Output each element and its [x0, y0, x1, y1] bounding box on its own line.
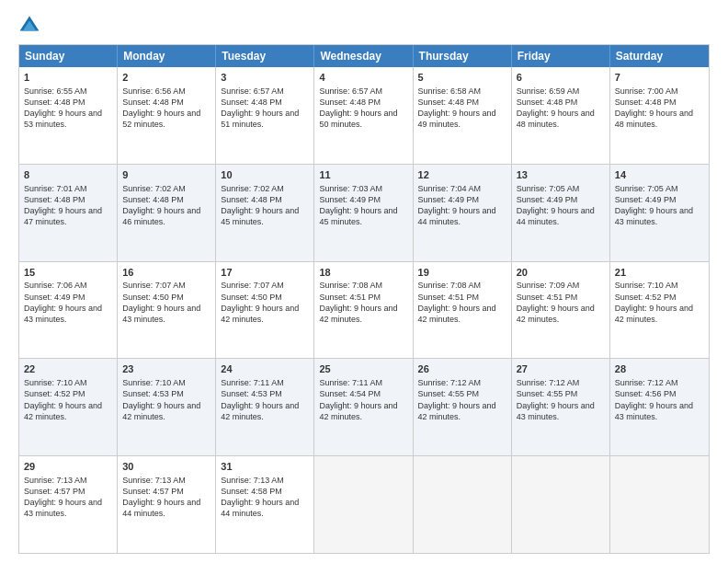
sunset: Sunset: 4:49 PM [615, 195, 677, 204]
sunrise: Sunrise: 7:06 AM [24, 281, 87, 290]
sunrise: Sunrise: 7:13 AM [221, 476, 284, 485]
sunset: Sunset: 4:48 PM [122, 195, 184, 204]
sunrise: Sunrise: 7:01 AM [24, 184, 87, 193]
sunrise: Sunrise: 7:13 AM [122, 476, 186, 485]
day-cell: 26Sunrise: 7:12 AMSunset: 4:55 PMDayligh… [414, 359, 512, 455]
day-cell: 24Sunrise: 7:11 AMSunset: 4:53 PMDayligh… [216, 359, 314, 455]
day-cell: 11Sunrise: 7:03 AMSunset: 4:49 PMDayligh… [314, 165, 413, 261]
sunrise: Sunrise: 6:55 AM [24, 86, 87, 96]
sunrise: Sunrise: 7:11 AM [319, 378, 382, 387]
day-number: 2 [122, 71, 210, 85]
sunrise: Sunrise: 7:08 AM [418, 281, 482, 290]
sunset: Sunset: 4:50 PM [221, 293, 282, 302]
logo-icon [18, 15, 40, 37]
daylight: Daylight: 9 hours and 46 minutes. [122, 206, 200, 226]
day-number: 18 [319, 266, 407, 280]
sunrise: Sunrise: 7:12 AM [517, 378, 580, 387]
sunset: Sunset: 4:57 PM [24, 487, 85, 496]
day-number: 20 [517, 266, 605, 280]
logo [18, 15, 44, 37]
daylight: Daylight: 9 hours and 50 minutes. [319, 109, 397, 129]
daylight: Daylight: 9 hours and 42 minutes. [418, 401, 496, 421]
day-number: 13 [517, 168, 605, 182]
sunset: Sunset: 4:48 PM [122, 98, 184, 107]
daylight: Daylight: 9 hours and 42 minutes. [221, 401, 299, 421]
day-cell: 22Sunrise: 7:10 AMSunset: 4:52 PMDayligh… [19, 359, 118, 455]
day-cell: 21Sunrise: 7:10 AMSunset: 4:52 PMDayligh… [610, 262, 709, 359]
sunrise: Sunrise: 7:10 AM [122, 378, 186, 387]
day-cell: 31Sunrise: 7:13 AMSunset: 4:58 PMDayligh… [216, 456, 314, 553]
sunset: Sunset: 4:51 PM [517, 293, 578, 302]
header [18, 15, 710, 37]
daylight: Daylight: 9 hours and 42 minutes. [319, 304, 397, 324]
day-number: 10 [221, 168, 309, 182]
day-number: 24 [221, 362, 309, 376]
calendar-row: 8Sunrise: 7:01 AMSunset: 4:48 PMDaylight… [19, 164, 709, 261]
day-cell: 20Sunrise: 7:09 AMSunset: 4:51 PMDayligh… [512, 262, 610, 359]
sunset: Sunset: 4:55 PM [418, 389, 480, 398]
daylight: Daylight: 9 hours and 44 minutes. [418, 206, 496, 226]
day-cell: 23Sunrise: 7:10 AMSunset: 4:53 PMDayligh… [118, 359, 216, 455]
sunrise: Sunrise: 7:10 AM [615, 281, 678, 290]
day-cell: 16Sunrise: 7:07 AMSunset: 4:50 PMDayligh… [118, 262, 216, 359]
daylight: Daylight: 9 hours and 44 minutes. [517, 206, 595, 226]
sunrise: Sunrise: 7:02 AM [221, 184, 284, 193]
weekday-header: Thursday [414, 45, 512, 67]
day-number: 15 [24, 266, 112, 280]
day-cell: 18Sunrise: 7:08 AMSunset: 4:51 PMDayligh… [314, 262, 413, 359]
weekday-header: Saturday [610, 45, 709, 67]
sunrise: Sunrise: 7:05 AM [615, 184, 678, 193]
calendar-row: 22Sunrise: 7:10 AMSunset: 4:52 PMDayligh… [19, 358, 709, 455]
weekday-header: Monday [118, 45, 216, 67]
daylight: Daylight: 9 hours and 45 minutes. [221, 206, 299, 226]
calendar-body: 1Sunrise: 6:55 AMSunset: 4:48 PMDaylight… [19, 67, 709, 553]
sunrise: Sunrise: 6:58 AM [418, 86, 482, 96]
sunset: Sunset: 4:53 PM [122, 389, 184, 398]
day-number: 14 [615, 168, 704, 182]
day-cell: 15Sunrise: 7:06 AMSunset: 4:49 PMDayligh… [19, 262, 118, 359]
daylight: Daylight: 9 hours and 48 minutes. [615, 109, 693, 129]
calendar-row: 15Sunrise: 7:06 AMSunset: 4:49 PMDayligh… [19, 261, 709, 359]
day-cell: 17Sunrise: 7:07 AMSunset: 4:50 PMDayligh… [216, 262, 314, 359]
sunrise: Sunrise: 7:08 AM [319, 281, 382, 290]
day-cell: 1Sunrise: 6:55 AMSunset: 4:48 PMDaylight… [19, 67, 118, 164]
weekday-header: Tuesday [216, 45, 314, 67]
sunset: Sunset: 4:48 PM [221, 195, 282, 204]
daylight: Daylight: 9 hours and 52 minutes. [122, 109, 200, 129]
daylight: Daylight: 9 hours and 44 minutes. [122, 498, 200, 518]
sunset: Sunset: 4:58 PM [221, 487, 282, 496]
sunset: Sunset: 4:48 PM [615, 98, 677, 107]
sunrise: Sunrise: 6:59 AM [517, 86, 580, 96]
day-cell: 4Sunrise: 6:57 AMSunset: 4:48 PMDaylight… [314, 67, 413, 164]
daylight: Daylight: 9 hours and 43 minutes. [615, 401, 693, 421]
sunset: Sunset: 4:48 PM [418, 98, 480, 107]
sunrise: Sunrise: 6:56 AM [122, 86, 186, 96]
day-cell: 13Sunrise: 7:05 AMSunset: 4:49 PMDayligh… [512, 165, 610, 261]
daylight: Daylight: 9 hours and 42 minutes. [221, 304, 299, 324]
day-cell: 5Sunrise: 6:58 AMSunset: 4:48 PMDaylight… [414, 67, 512, 164]
daylight: Daylight: 9 hours and 42 minutes. [319, 401, 397, 421]
page: SundayMondayTuesdayWednesdayThursdayFrid… [0, 0, 728, 563]
day-number: 31 [221, 460, 309, 474]
day-number: 22 [24, 362, 112, 376]
day-cell: 6Sunrise: 6:59 AMSunset: 4:48 PMDaylight… [512, 67, 610, 164]
sunrise: Sunrise: 7:13 AM [24, 476, 87, 485]
sunset: Sunset: 4:52 PM [615, 293, 677, 302]
sunrise: Sunrise: 7:03 AM [319, 184, 382, 193]
daylight: Daylight: 9 hours and 44 minutes. [221, 498, 299, 518]
daylight: Daylight: 9 hours and 49 minutes. [418, 109, 496, 129]
daylight: Daylight: 9 hours and 53 minutes. [24, 109, 102, 129]
daylight: Daylight: 9 hours and 43 minutes. [615, 206, 693, 226]
day-cell: 14Sunrise: 7:05 AMSunset: 4:49 PMDayligh… [610, 165, 709, 261]
weekday-header: Wednesday [314, 45, 413, 67]
day-number: 17 [221, 266, 309, 280]
sunrise: Sunrise: 7:10 AM [24, 378, 87, 387]
sunrise: Sunrise: 7:00 AM [615, 86, 678, 96]
day-number: 5 [418, 71, 506, 85]
day-cell: 19Sunrise: 7:08 AMSunset: 4:51 PMDayligh… [414, 262, 512, 359]
calendar-row: 29Sunrise: 7:13 AMSunset: 4:57 PMDayligh… [19, 455, 709, 553]
day-number: 9 [122, 168, 210, 182]
calendar: SundayMondayTuesdayWednesdayThursdayFrid… [18, 44, 710, 554]
day-cell: 30Sunrise: 7:13 AMSunset: 4:57 PMDayligh… [118, 456, 216, 553]
sunset: Sunset: 4:49 PM [24, 293, 85, 302]
